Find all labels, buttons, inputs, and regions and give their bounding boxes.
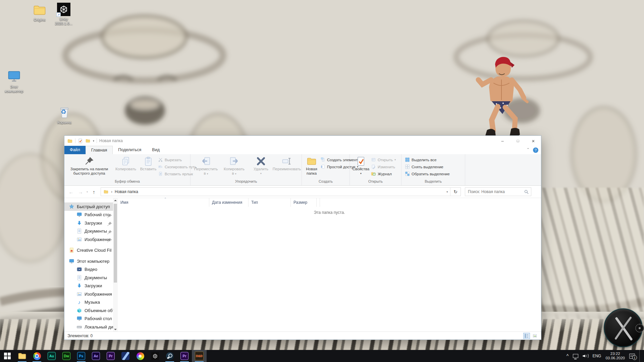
tab-file[interactable]: Файл	[64, 146, 86, 154]
copy-button[interactable]: Копировать	[113, 156, 139, 172]
back-button[interactable]	[67, 189, 75, 195]
download-icon	[76, 220, 82, 226]
search-icon[interactable]	[524, 189, 529, 194]
rename-button[interactable]: Переименовать	[271, 156, 302, 172]
search-box[interactable]	[465, 187, 531, 196]
language-indicator[interactable]: ENG	[592, 354, 601, 358]
taskbar-dnd-active[interactable]: D&D	[192, 350, 207, 362]
edit-button[interactable]: Изменить	[371, 163, 396, 170]
up-button[interactable]	[90, 189, 98, 195]
taskbar-premiere-2[interactable]: Pr	[177, 350, 192, 362]
column-header-size[interactable]: Размер	[291, 198, 317, 207]
help-icon[interactable]	[533, 147, 538, 153]
properties-button[interactable]: Свойства	[351, 156, 371, 176]
sidebar-item-creative-cloud[interactable]: Creative Cloud Fil	[64, 246, 118, 255]
move-to-icon	[201, 156, 211, 166]
title-bar[interactable]: Новая папка	[64, 136, 541, 146]
breadcrumb[interactable]: Новая папка	[115, 189, 138, 194]
taskbar-premiere[interactable]: Pr	[103, 350, 118, 362]
start-button[interactable]	[0, 350, 15, 362]
sidebar-scrollbar[interactable]	[113, 198, 118, 332]
scroll-down-icon[interactable]	[114, 329, 117, 330]
taskbar-adobe-app[interactable]	[118, 350, 133, 362]
desktop-icon-unity[interactable]: Unity 2020.1.0...	[52, 3, 75, 26]
taskbar-after-effects[interactable]: Ae	[89, 350, 103, 362]
open-button[interactable]: Открыть	[371, 156, 396, 163]
recent-locations-chevron-icon[interactable]	[87, 190, 88, 193]
action-center-icon[interactable]: 1	[629, 354, 635, 359]
history-button[interactable]: Журнал	[371, 170, 396, 177]
taskbar-photoshop[interactable]: Ps	[74, 350, 89, 362]
breadcrumb-folder-icon	[103, 189, 109, 194]
system-tray: ENG 23:22 03.06.2020 1	[567, 350, 644, 362]
address-bar[interactable]: Новая папка	[101, 187, 461, 196]
taskbar-steam[interactable]	[162, 350, 177, 362]
notification-badge: 1	[632, 355, 637, 360]
close-button[interactable]	[526, 136, 541, 146]
move-to-button[interactable]: Переместить в	[192, 156, 220, 176]
sidebar-item-pictures-pinned[interactable]: Изображени	[64, 235, 118, 244]
qat-customize-chevron-icon[interactable]	[93, 139, 94, 142]
sidebar-item-videos[interactable]: Видео	[64, 265, 118, 274]
hidden-icons-chevron-icon[interactable]	[567, 353, 569, 359]
sidebar-item-desktop[interactable]: Рабочий стол	[64, 315, 118, 323]
tab-share[interactable]: Поделиться	[113, 146, 147, 154]
sidebar-item-documents-pinned[interactable]: Документы	[64, 227, 118, 236]
sidebar-item-local-disk-c[interactable]: Локальный дис	[64, 323, 118, 331]
desktop-icon-this-pc[interactable]: Этот компьютер	[1, 69, 28, 94]
delete-button[interactable]: Удалить	[251, 156, 271, 176]
qat-properties-icon[interactable]	[78, 138, 83, 143]
sidebar-item-3d-objects[interactable]: Объемные объ	[64, 306, 118, 315]
collapse-ribbon-icon[interactable]	[527, 147, 529, 153]
file-list-pane[interactable]: Имя Дата изменения Тип Размер Эта папка …	[118, 198, 541, 332]
sidebar-item-pictures[interactable]: Изображения	[64, 290, 118, 298]
desktop-icon-recycle-bin[interactable]: Корзина	[51, 105, 78, 125]
column-header-name[interactable]: Имя	[118, 198, 209, 207]
copy-to-button[interactable]: Копировать в	[220, 156, 248, 176]
tab-view[interactable]: Вид	[147, 146, 165, 154]
search-input[interactable]	[465, 188, 531, 196]
clock[interactable]: 23:22 03.06.2020	[605, 352, 625, 361]
new-folder-button[interactable]: Новая папка	[303, 156, 320, 176]
pin-to-quick-access-button[interactable]: Закрепить на панели быстрого доступа	[65, 156, 113, 176]
qat-new-folder-icon[interactable]	[85, 138, 91, 143]
maximize-button[interactable]	[510, 136, 526, 146]
select-all-button[interactable]: Выделить все	[405, 156, 450, 163]
scrollbar-thumb[interactable]	[114, 204, 117, 283]
sidebar-item-desktop-pinned[interactable]: Рабочий сто	[64, 211, 118, 219]
sidebar-item-downloads-pinned[interactable]: Загрузки	[64, 219, 118, 227]
taskbar-palette-app[interactable]	[133, 350, 148, 362]
address-dropdown-chevron-icon[interactable]	[446, 190, 448, 193]
sidebar-item-music[interactable]: ♪ Музыка	[64, 298, 118, 307]
sidebar-item-this-pc[interactable]: Этот компьютер	[64, 257, 118, 265]
sidebar-item-documents[interactable]: Документы	[64, 274, 118, 282]
tab-home[interactable]: Главная	[86, 146, 113, 154]
show-desktop-button[interactable]	[639, 350, 641, 362]
ribbon-empty-space	[465, 154, 541, 185]
column-header-date[interactable]: Дата изменения	[209, 198, 249, 207]
refresh-icon[interactable]	[453, 189, 458, 194]
volume-icon[interactable]	[583, 354, 588, 358]
forward-button[interactable]	[76, 189, 85, 195]
paste-button[interactable]: Вставить	[139, 156, 158, 172]
invert-selection-button[interactable]: Обратить выделение	[405, 170, 450, 177]
sidebar-item-quick-access[interactable]: Быстрый доступ	[64, 202, 113, 211]
select-none-button[interactable]: Снять выделение	[405, 163, 450, 170]
scroll-up-icon[interactable]	[114, 200, 117, 201]
taskbar-dreamweaver[interactable]: Dw	[59, 350, 74, 362]
thumbnails-view-button[interactable]	[531, 333, 538, 339]
sidebar-item-downloads[interactable]: Загрузки	[64, 282, 118, 290]
details-view-button[interactable]	[523, 333, 530, 339]
minimize-button[interactable]	[495, 136, 510, 146]
widget-settings-gear-icon[interactable]	[635, 324, 644, 333]
column-header-type[interactable]: Тип	[249, 198, 291, 207]
taskbar-unity[interactable]	[148, 350, 162, 362]
taskbar-file-explorer[interactable]	[15, 350, 30, 362]
network-icon[interactable]	[573, 354, 578, 358]
clock-date: 03.06.2020	[605, 356, 625, 361]
desktop-icon-origins[interactable]: Origins	[26, 3, 53, 22]
taskbar-chrome[interactable]	[30, 350, 44, 362]
taskbar-audition[interactable]: Au	[44, 350, 59, 362]
palette-app-icon	[137, 352, 144, 360]
x-desktop-widget[interactable]	[604, 308, 643, 347]
